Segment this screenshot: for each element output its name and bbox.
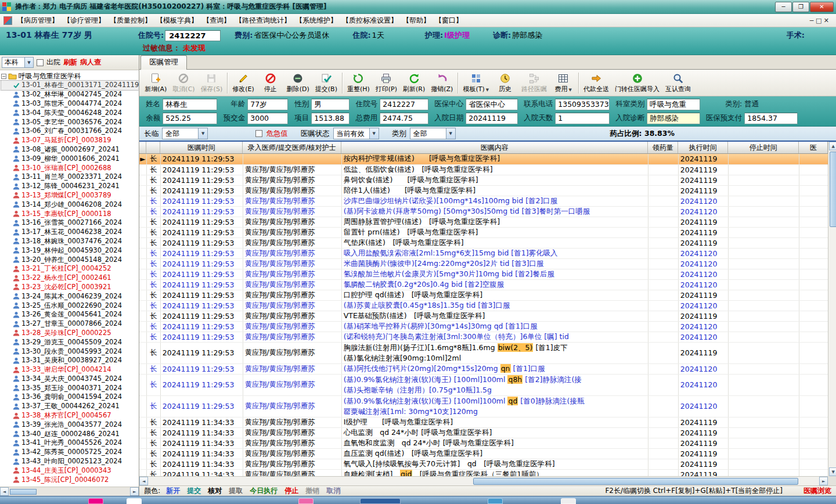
close-button[interactable]: ✕ (810, 2, 834, 12)
order-row[interactable]: 长20241119 11:29:53黄应翔/黄应翔/郭雁苏留置针 prn(描述)… (139, 227, 828, 237)
scroll-right-icon[interactable]: ► (130, 487, 139, 496)
refresh-button[interactable]: 刷新(R) (400, 71, 428, 95)
order-row[interactable]: 长20241119 11:29:53黄应翔/黄应翔/郭雁苏口腔护理 qd(描述)… (139, 290, 828, 300)
form-field-input[interactable]: 525.25 (163, 113, 217, 124)
patient-tree-item[interactable]: 13-23_沈必乾[CP]_0003921 (1, 283, 139, 292)
patient-tree-item[interactable]: 13-40_赵连_00002486_20241 (1, 429, 139, 438)
refresh-patients-button[interactable]: 刷新 (63, 57, 77, 67)
column-header[interactable]: 医 (799, 142, 828, 153)
patient-tree-item[interactable]: 13-10_张瑞喜[CP]_0002688 (1, 163, 139, 172)
order-row[interactable]: 长20241119 11:34:33黄应翔/黄应翔/郭雁苏血糖检测[末梢] qi… (139, 469, 828, 476)
order-row[interactable]: 长20241119 11:29:53黄应翔/黄应翔/郭雁苏沙库巴曲缬沙坦钠片(诺… (139, 196, 828, 206)
sidebar-hscrollbar[interactable]: ◄ ► (0, 487, 139, 496)
form-field-input[interactable]: 1 (555, 113, 610, 124)
menu-item[interactable]: 【查询】 (200, 15, 233, 27)
cancel-button[interactable]: 取消(C) (170, 71, 197, 95)
patient-search-button[interactable]: 病人查 (80, 57, 101, 67)
order-row[interactable]: 长20241119 11:34:33黄应翔/黄应翔/郭雁苏氧气吸入[持续吸氧按每… (139, 459, 828, 469)
delete-button[interactable]: 删除(D) (284, 71, 312, 95)
column-header[interactable]: 执行时间 (678, 142, 728, 153)
type-select[interactable]: 全部 ▼ (410, 128, 456, 139)
form-field-input[interactable]: 省医保中心 (466, 99, 518, 110)
patient-tree-item[interactable]: 13-28_吴珍珠[CP]_0000225 (1, 329, 139, 338)
form-field-input[interactable]: 2412227 (380, 99, 428, 110)
patient-tree-item[interactable]: 13-31_吴庚和_00038927_2024 (1, 356, 139, 365)
patient-tree-item[interactable]: 13-17_林玉花_00046238_2024 (1, 228, 139, 237)
tab-orders-management[interactable]: 医嘱管理 (140, 55, 187, 70)
scroll-thumb[interactable] (473, 478, 798, 485)
print-button[interactable]: 打印(P) (373, 71, 400, 95)
patient-tree-item[interactable]: 13-30_段永贵_00045993_2024 (1, 347, 139, 356)
menu-item[interactable]: 【系统维护】 (293, 15, 340, 27)
taskbar-item[interactable] (298, 498, 314, 504)
patient-tree-item[interactable]: 13-07_马延折[CP]_0003819 (1, 136, 139, 145)
search-button[interactable]: 互认查询 (662, 71, 694, 95)
patient-tree-item[interactable]: 13-01_林春生_00013171_20241119 (1, 81, 139, 90)
order-row[interactable]: 长20241119 11:29:53黄应翔/黄应翔/郭雁苏胸腺法新(注射用)(扬… (139, 342, 828, 363)
menu-item[interactable]: 【模板字典】 (154, 15, 200, 27)
order-row[interactable]: 长20241119 11:29:53黄应翔/黄应翔/郭雁苏周围静脉置管护理(描述… (139, 217, 828, 227)
patient-tree-item[interactable]: 13-39_张光浩_00043577_2024 (1, 420, 139, 429)
column-header[interactable] (146, 142, 160, 153)
scroll-down-icon[interactable]: ▼ (829, 467, 836, 476)
submit-button[interactable]: 提交(B) (312, 71, 340, 95)
collapse-icon[interactable]: − (1, 74, 6, 79)
menu-item[interactable]: 【路径查询统计】 (233, 15, 293, 27)
patient-tree-item[interactable]: 13-14_郑少雄_00046208_2024 (1, 200, 139, 209)
patient-tree-item[interactable]: 13-05_李艺华_00036576_2024 (1, 117, 139, 127)
menu-item[interactable]: 【诊疗管理】 (61, 15, 107, 27)
order-row[interactable]: 长20241119 11:29:53黄应翔/黄应翔/郭雁苏鼻饲饮食(描述) [呼… (139, 175, 828, 185)
history-button[interactable]: 历史 (492, 71, 518, 95)
menu-item[interactable]: 【质量控制】 (107, 15, 154, 27)
send-all-button[interactable]: 代款全送 (581, 71, 612, 95)
patient-tree-item[interactable]: 13-03_陈世禾_00044774_2024 (1, 99, 139, 109)
mdi-window-controls[interactable]: ─ □ ✕ (806, 17, 833, 24)
order-status-select[interactable]: 当前有效 ▼ (333, 128, 379, 139)
form-field-input[interactable]: 77岁 (247, 99, 288, 110)
order-row[interactable]: 长20241119 11:29:53黄应翔/黄应翔/郭雁苏(基)0.9%氯化钠注… (139, 374, 828, 395)
patient-tree-item[interactable]: 13-20_钟养生_00045148_2024 (1, 255, 139, 264)
column-header[interactable]: 医嘱时间 (160, 142, 243, 153)
order-row[interactable]: 长20241119 11:34:33黄应翔/黄应翔/郭雁苏心电监测 qd 24*… (139, 427, 828, 438)
order-row[interactable]: 长20241119 11:29:53黄应翔/黄应翔/郭雁苏(基)苏黄止咳胶囊[0… (139, 300, 828, 311)
patient-tree-item[interactable]: 13-44_庄美玉[CP]_0000343 (1, 466, 139, 475)
taskbar-item[interactable] (88, 498, 103, 504)
order-row[interactable]: 长20241119 11:29:53黄应翔/黄应翔/郭雁苏VTE基础预防(描述)… (139, 311, 828, 321)
form-field-input[interactable]: 2474.75 (380, 113, 428, 124)
path-orders-button[interactable]: 路径医嘱 (518, 71, 550, 95)
taskbar-item[interactable] (360, 498, 401, 504)
order-row[interactable]: ►长20241119 11:29:53按内科护理常规(描述) [呼吸与危重症医学… (139, 154, 828, 164)
patient-tree-item[interactable]: 13-25_伍水顺_00022690_2024 (1, 301, 139, 310)
order-row[interactable]: 长20241119 11:29:53黄应翔/黄应翔/郭雁苏低盐、低脂饮食(描述)… (139, 164, 828, 175)
form-field-input[interactable]: 3000 (247, 113, 288, 124)
new-button[interactable]: 新增(A) (142, 71, 170, 95)
order-row[interactable]: 长20241119 11:34:33黄应翔/黄应翔/郭雁苏Ⅰ级护理 [呼吸与危重… (139, 417, 828, 427)
save-button[interactable]: 保存(S) (198, 71, 226, 95)
menu-item[interactable]: 【病历管理】 (15, 15, 61, 27)
patient-tree-item[interactable]: 13-15_李惠钦[CP]_0000118 (1, 209, 139, 218)
scroll-left-icon[interactable]: ◄ (0, 487, 9, 496)
patient-tree-item[interactable]: 13-24_陈其木_00046239_2024 (1, 291, 139, 301)
patient-tree-item[interactable]: 13-13_郑增煤[CP]_0003789 (1, 191, 139, 200)
order-row[interactable]: 长20241119 11:29:53黄应翔/黄应翔/郭雁苏(基)0.9%氯化钠注… (139, 395, 828, 417)
form-field-input[interactable]: 20241119 (466, 113, 518, 124)
orders-vscrollbar[interactable]: ▲ ▼ (828, 142, 836, 476)
patient-tree-item[interactable]: 13-11_肖兰琴_00023371_2024 (1, 172, 139, 182)
patient-tree-item[interactable]: 13-06_刘广春_00031766_2024 (1, 127, 139, 136)
dept-select[interactable]: 本科 ▼ (2, 57, 34, 68)
column-header[interactable]: 录入医师/提交医师/核对护士 (243, 142, 341, 153)
patient-tree-item[interactable]: 13-04_陈天莹_00046248_2024 (1, 108, 139, 117)
order-row[interactable]: 长20241119 11:29:53黄应翔/黄应翔/郭雁苏气垫床(描述) [呼吸… (139, 237, 828, 248)
form-field-input[interactable]: 男 (311, 99, 349, 110)
patient-tree-item[interactable]: 13-41_叶光秀_00045526_2024 (1, 438, 139, 448)
menu-item[interactable]: 【帮助】 (400, 15, 433, 27)
order-row[interactable]: 长20241119 11:29:53黄应翔/黄应翔/郭雁苏(诺和锐特充)门冬胰岛… (139, 332, 828, 342)
patient-tree-item[interactable]: 13-12_陈锋_00046231_20241 (1, 182, 139, 191)
patient-tree-item[interactable]: 13-16_张雪英_00027166_2024 (1, 218, 139, 228)
patient-tree-item[interactable]: 13-02_林华琳_00042745_2024 (1, 90, 139, 99)
tree-root-department[interactable]: − 呼吸与危重症医学科 (1, 71, 139, 81)
form-field-input[interactable]: 1854.37 (744, 113, 798, 124)
order-row[interactable]: 长20241119 11:29:53黄应翔/黄应翔/郭雁苏氢溴酸加兰他敏片(金康… (139, 269, 828, 279)
patient-tree-item[interactable]: 13-26_黄金莲_00045641_2024 (1, 310, 139, 319)
changlin-select[interactable]: 全部 ▼ (162, 128, 208, 139)
